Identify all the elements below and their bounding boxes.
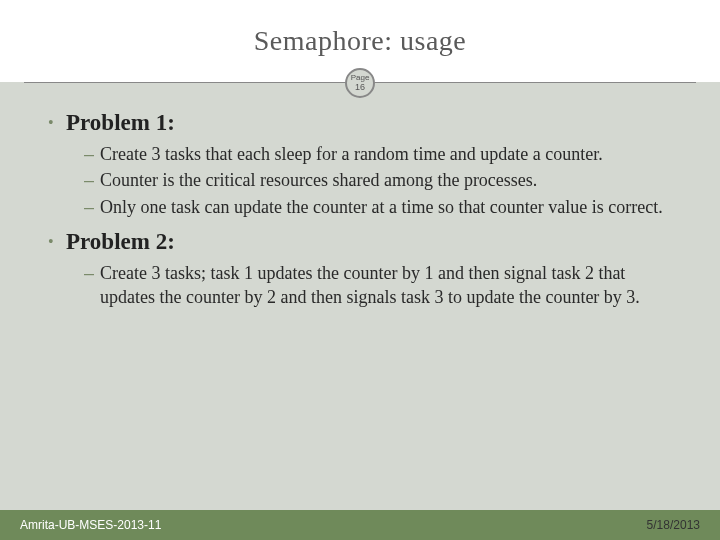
footer-left: Amrita-UB-MSES-2013-11: [20, 518, 161, 532]
slide-body: Problem 1: Create 3 tasks that each slee…: [0, 82, 720, 510]
bullet-list: Problem 1: Create 3 tasks that each slee…: [48, 110, 682, 309]
sub-list-item: Create 3 tasks; task 1 updates the count…: [84, 261, 682, 310]
sub-list-item: Create 3 tasks that each sleep for a ran…: [84, 142, 682, 166]
sub-list: Create 3 tasks that each sleep for a ran…: [66, 142, 682, 219]
list-item: Problem 1: Create 3 tasks that each slee…: [48, 110, 682, 219]
sub-list-item: Only one task can update the counter at …: [84, 195, 682, 219]
slide-footer: Amrita-UB-MSES-2013-11 5/18/2013: [0, 510, 720, 540]
problem-heading: Problem 2:: [66, 229, 682, 255]
page-label: Page: [351, 74, 370, 82]
slide-title: Semaphore: usage: [254, 25, 467, 57]
page-number: 16: [355, 83, 365, 92]
sub-list-item: Counter is the critical resources shared…: [84, 168, 682, 192]
slide: Semaphore: usage Page 16 Problem 1: Crea…: [0, 0, 720, 540]
problem-heading: Problem 1:: [66, 110, 682, 136]
page-badge: Page 16: [345, 68, 375, 98]
list-item: Problem 2: Create 3 tasks; task 1 update…: [48, 229, 682, 310]
sub-list: Create 3 tasks; task 1 updates the count…: [66, 261, 682, 310]
footer-date: 5/18/2013: [647, 518, 700, 532]
